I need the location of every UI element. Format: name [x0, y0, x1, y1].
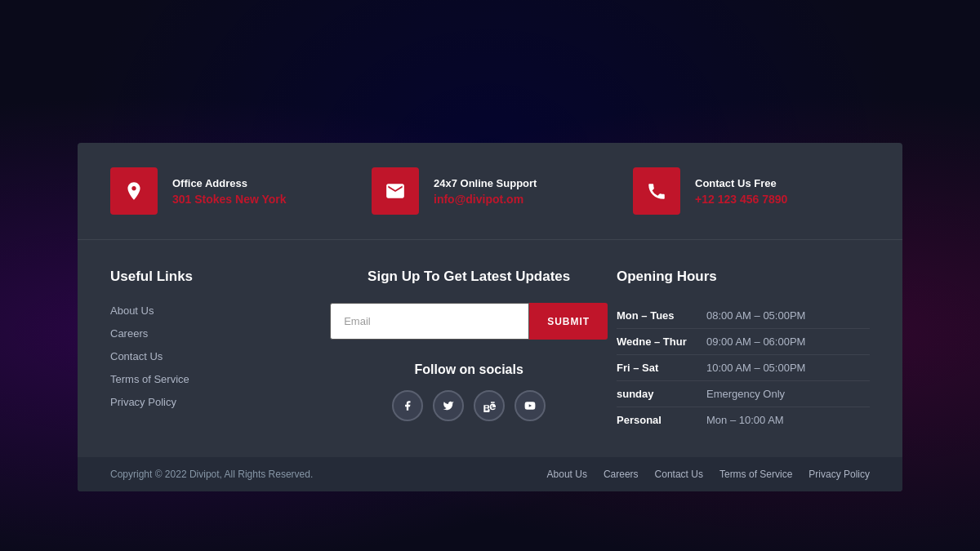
hours-table: Mon – Tues 08:00 AM – 05:00PM Wedne – Th…: [617, 303, 870, 433]
phone-text-group: Contact Us Free +12 123 456 7890: [695, 177, 787, 206]
hours-value: 09:00 AM – 06:00PM: [706, 329, 870, 355]
support-label: 24x7 Online Support: [434, 177, 537, 189]
useful-links-title: Useful Links: [110, 269, 321, 285]
contact-us-link[interactable]: Contact Us: [110, 350, 163, 362]
footer-container: Office Address 301 Stokes New York 24x7 …: [78, 143, 902, 491]
bottom-contact-link[interactable]: Contact Us: [655, 469, 703, 480]
hours-value: 10:00 AM – 05:00PM: [706, 355, 870, 381]
opening-hours-title: Opening Hours: [617, 269, 870, 285]
list-item: Contact Us: [110, 349, 321, 363]
facebook-icon[interactable]: [392, 390, 423, 421]
behance-icon[interactable]: [474, 390, 505, 421]
day-label: Wedne – Thur: [617, 329, 706, 355]
careers-link[interactable]: Careers: [110, 327, 148, 340]
follow-title: Follow on socials: [321, 362, 617, 377]
footer-bottom: Copyright © 2022 Divipot, All Rights Res…: [78, 457, 902, 491]
bottom-links: About Us Careers Contact Us Terms of Ser…: [547, 469, 870, 480]
about-us-link[interactable]: About Us: [110, 304, 154, 317]
phone-value: +12 123 456 7890: [695, 193, 787, 206]
list-item: Privacy Policy: [110, 394, 321, 409]
address-label: Office Address: [172, 177, 287, 189]
table-row: Wedne – Thur 09:00 AM – 06:00PM: [617, 329, 870, 355]
social-icons-group: [321, 390, 617, 421]
useful-links-list: About Us Careers Contact Us Terms of Ser…: [110, 303, 321, 409]
hours-value: 08:00 AM – 05:00PM: [706, 303, 870, 329]
copyright-text: Copyright © 2022 Divipot, All Rights Res…: [110, 469, 313, 480]
bottom-terms-link[interactable]: Terms of Service: [719, 469, 792, 480]
info-card-phone: Contact Us Free +12 123 456 7890: [633, 167, 870, 215]
day-label: Fri – Sat: [617, 355, 706, 381]
email-text-group: 24x7 Online Support info@divipot.om: [434, 177, 537, 206]
table-row: Personal Mon – 10:00 AM: [617, 407, 870, 433]
location-icon: [123, 180, 145, 202]
terms-link[interactable]: Terms of Service: [110, 373, 189, 385]
youtube-icon[interactable]: [514, 390, 546, 421]
table-row: Fri – Sat 10:00 AM – 05:00PM: [617, 355, 870, 381]
phone-label: Contact Us Free: [695, 177, 787, 189]
day-label: Mon – Tues: [617, 303, 706, 329]
phone-icon: [646, 180, 667, 202]
email-value: info@divipot.om: [434, 193, 537, 206]
info-card-email: 24x7 Online Support info@divipot.om: [372, 167, 608, 215]
bottom-about-link[interactable]: About Us: [547, 469, 587, 480]
useful-links-section: Useful Links About Us Careers Contact Us…: [110, 269, 321, 433]
twitter-icon[interactable]: [433, 390, 464, 421]
hours-value: Emergency Only: [706, 381, 870, 407]
info-bar: Office Address 301 Stokes New York 24x7 …: [78, 143, 902, 240]
footer-main: Useful Links About Us Careers Contact Us…: [78, 240, 902, 457]
address-value: 301 Stokes New York: [172, 193, 287, 206]
newsletter-form: SUBMIT: [330, 303, 608, 340]
list-item: About Us: [110, 303, 321, 318]
day-label: Personal: [617, 407, 706, 433]
list-item: Terms of Service: [110, 371, 321, 386]
phone-icon-box: [633, 167, 680, 215]
location-icon-box: [110, 167, 158, 215]
day-label: sunday: [617, 381, 706, 407]
newsletter-title: Sign Up To Get Latest Updates: [321, 269, 617, 285]
email-input[interactable]: [330, 303, 529, 340]
email-icon: [385, 180, 406, 202]
table-row: Mon – Tues 08:00 AM – 05:00PM: [617, 303, 870, 329]
table-row: sunday Emergency Only: [617, 381, 870, 407]
list-item: Careers: [110, 326, 321, 340]
privacy-link[interactable]: Privacy Policy: [110, 396, 176, 408]
bottom-privacy-link[interactable]: Privacy Policy: [808, 469, 870, 480]
bottom-careers-link[interactable]: Careers: [604, 469, 639, 480]
submit-button[interactable]: SUBMIT: [529, 303, 608, 340]
newsletter-section: Sign Up To Get Latest Updates SUBMIT Fol…: [321, 269, 617, 433]
email-icon-box: [372, 167, 419, 215]
opening-hours-section: Opening Hours Mon – Tues 08:00 AM – 05:0…: [617, 269, 870, 433]
address-text-group: Office Address 301 Stokes New York: [172, 177, 287, 206]
info-card-address: Office Address 301 Stokes New York: [110, 167, 347, 215]
hours-value: Mon – 10:00 AM: [706, 407, 870, 433]
